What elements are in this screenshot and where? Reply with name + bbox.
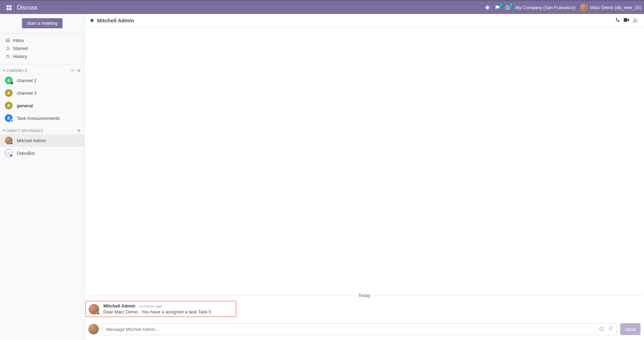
dm-label: Mitchell Admin xyxy=(17,138,46,143)
sidebar-item-starred[interactable]: Starred xyxy=(0,44,84,52)
date-separator-label: Today xyxy=(354,293,375,298)
messages-badge: 2 xyxy=(498,3,503,7)
dm-item-mitchell-admin[interactable]: Mitchell Admin xyxy=(0,134,84,147)
svg-point-9 xyxy=(599,327,603,331)
hash-icon: # xyxy=(5,114,13,122)
message-author: Mitchell Admin xyxy=(103,303,135,309)
phone-icon[interactable] xyxy=(615,17,620,23)
channel-item[interactable]: # channel 3 xyxy=(0,87,84,99)
channel-label: channel 2 xyxy=(17,78,36,83)
app-title: Discuss xyxy=(17,4,38,11)
plus-icon[interactable] xyxy=(77,68,81,73)
avatar xyxy=(5,149,13,157)
plus-icon[interactable] xyxy=(77,129,81,133)
channels-category-header[interactable]: Channels xyxy=(0,64,84,74)
apps-icon[interactable] xyxy=(6,4,13,11)
send-button[interactable]: Send xyxy=(620,323,641,335)
channel-item[interactable]: # Task Announcements xyxy=(0,112,84,124)
svg-point-11 xyxy=(602,328,602,328)
company-switcher[interactable]: My Company (San Francisco) xyxy=(515,5,575,10)
composer: Send xyxy=(85,320,644,340)
chevron-down-icon xyxy=(2,69,6,72)
emoji-icon[interactable] xyxy=(599,326,604,332)
channel-item[interactable]: # channel 2 xyxy=(0,74,84,87)
gear-icon[interactable] xyxy=(71,68,75,73)
thread-header: Mitchell Admin xyxy=(85,14,644,27)
channel-item-general[interactable]: # general xyxy=(0,99,84,112)
message-time: - a minute ago xyxy=(138,304,162,308)
svg-point-10 xyxy=(600,328,601,328)
main-area: Mitchell Admin Today Mitchell Adm xyxy=(85,14,644,340)
dm-label: OdooBot xyxy=(17,151,35,156)
dm-category-header[interactable]: Direct Messages xyxy=(0,124,84,134)
start-meeting-button[interactable]: Start a meeting xyxy=(22,18,62,28)
svg-point-8 xyxy=(634,18,636,20)
top-bar: Discuss 2 2 My Company (San Francisco) M… xyxy=(0,0,644,14)
message-avatar xyxy=(89,304,99,314)
message-text: Dear Marc Demo , You have a assigned a t… xyxy=(103,309,211,314)
date-separator: Today xyxy=(86,293,643,298)
message-list: Today Mitchell Admin - a minute ago Dear… xyxy=(85,27,644,320)
composer-input[interactable] xyxy=(106,327,596,332)
channel-label: channel 3 xyxy=(17,91,36,96)
channel-label: Task Announcements xyxy=(17,116,60,121)
message[interactable]: Mitchell Admin - a minute ago Dear Marc … xyxy=(86,301,236,317)
presence-indicator xyxy=(90,19,94,22)
svg-point-6 xyxy=(72,70,73,71)
attach-icon[interactable] xyxy=(608,326,613,332)
thread-title: Mitchell Admin xyxy=(97,17,134,23)
star-icon xyxy=(6,46,10,51)
hash-icon: # xyxy=(5,102,13,109)
sidebar-item-history[interactable]: History xyxy=(0,52,84,60)
composer-input-wrap xyxy=(102,323,617,335)
avatar xyxy=(5,137,13,144)
add-user-icon[interactable] xyxy=(633,17,638,23)
svg-rect-3 xyxy=(9,8,12,10)
sidebar-item-inbox[interactable]: Inbox xyxy=(0,36,84,44)
svg-rect-1 xyxy=(9,5,12,7)
dm-item-odoobot[interactable]: OdooBot xyxy=(0,147,84,159)
channels-category-label: Channels xyxy=(6,68,27,73)
sidebar-item-label: Starred xyxy=(13,46,28,51)
history-icon xyxy=(6,54,10,59)
inbox-icon xyxy=(6,38,10,43)
channel-label: general xyxy=(17,103,33,108)
user-menu[interactable]: Marc Demo (db_new_15) xyxy=(580,4,641,12)
chevron-down-icon xyxy=(2,129,6,132)
hash-icon: # xyxy=(5,77,13,84)
dm-category-label: Direct Messages xyxy=(6,129,43,133)
svg-rect-7 xyxy=(624,18,627,22)
svg-rect-0 xyxy=(7,5,9,7)
composer-avatar xyxy=(88,324,99,334)
bug-icon[interactable] xyxy=(485,5,490,10)
sidebar-item-label: History xyxy=(13,54,27,59)
sidebar: Start a meeting Inbox Starred History Ch… xyxy=(0,14,85,340)
sidebar-item-label: Inbox xyxy=(13,38,24,43)
messages-icon[interactable]: 2 xyxy=(495,5,500,10)
svg-point-4 xyxy=(486,6,489,9)
svg-rect-2 xyxy=(7,8,9,10)
user-avatar xyxy=(580,4,588,12)
activity-badge: 2 xyxy=(509,3,513,7)
video-icon[interactable] xyxy=(624,17,629,23)
activity-icon[interactable]: 2 xyxy=(505,5,510,10)
hash-icon: # xyxy=(5,89,13,97)
user-name: Marc Demo (db_new_15) xyxy=(590,5,641,10)
